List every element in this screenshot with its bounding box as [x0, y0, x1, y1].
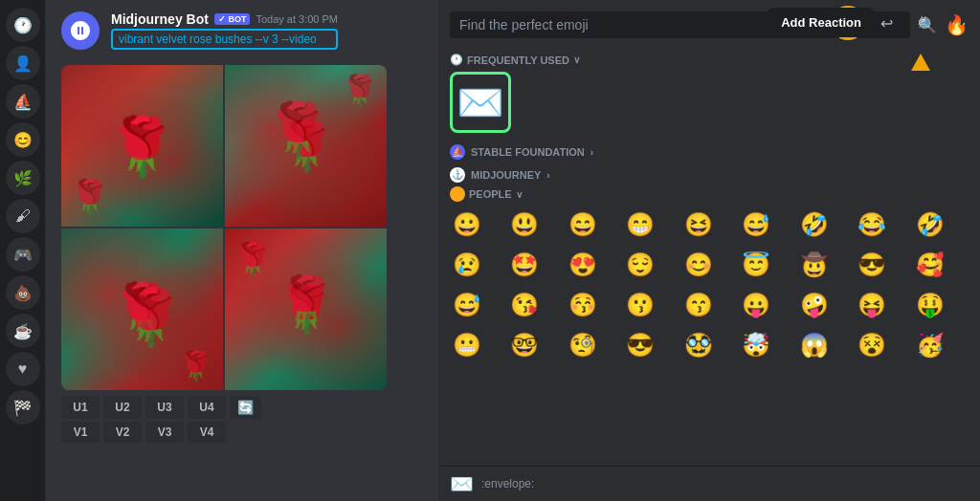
- emoji-kissing-smiling[interactable]: 😙: [681, 288, 716, 322]
- emoji-scream[interactable]: 😱: [797, 328, 832, 362]
- u4-button[interactable]: U4: [188, 396, 226, 419]
- sidebar: 🕐 👤 ⛵ 😊 🌿 🖌 🎮 💩 ☕ ♥ 🏁: [0, 0, 46, 501]
- message-command: vibrant velvet rose bushes --v 3 --video: [111, 29, 338, 50]
- sidebar-icon-misc[interactable]: 💩: [6, 275, 40, 310]
- emoji-heart-eyes[interactable]: 😍: [566, 248, 600, 282]
- emoji-joy[interactable]: 😂: [855, 207, 889, 242]
- emoji-relieved[interactable]: 😌: [623, 248, 657, 282]
- clock-icon: 🕐: [450, 54, 463, 66]
- emoji-hearts[interactable]: 🥰: [913, 248, 947, 282]
- emoji-content[interactable]: 🕐 FREQUENTLY USED ∨ ✉️ ⛵ STABLE FOUNDATI…: [438, 46, 980, 466]
- u1-button[interactable]: U1: [61, 396, 100, 419]
- u3-button[interactable]: U3: [145, 396, 184, 419]
- author-line: Midjourney Bot ✓ BOT Today at 3:00 PM: [111, 11, 338, 27]
- bottom-emoji-label: :envelope:: [481, 477, 534, 490]
- image-cell-2: 🌹 🌹: [225, 65, 387, 227]
- image-cell-1: 🌹 🌹: [61, 65, 223, 227]
- emoji-grid-row2: 😢 🤩 😍 😌 😊 😇 🤠 😎 🥰: [450, 248, 969, 282]
- message-meta: Midjourney Bot ✓ BOT Today at 3:00 PM vi…: [111, 11, 338, 57]
- emoji-blush[interactable]: 😊: [681, 248, 716, 282]
- emoji-wacky[interactable]: 🤪: [797, 288, 832, 322]
- more-button[interactable]: ⋯: [944, 8, 974, 38]
- emoji-monocle[interactable]: 🧐: [566, 328, 600, 362]
- author-name: Midjourney Bot: [111, 11, 209, 27]
- chat-area: Midjourney Bot ✓ BOT Today at 3:00 PM vi…: [46, 0, 438, 501]
- stable-foundation-row[interactable]: ⛵ STABLE FOUNDATION ›: [450, 141, 969, 163]
- midjourney-label: MIDJOURNEY: [471, 169, 541, 181]
- sidebar-icon-nature[interactable]: 🌿: [6, 161, 40, 195]
- sidebar-icon-game[interactable]: 🎮: [6, 237, 40, 272]
- emoji-sweat-smile[interactable]: 😅: [739, 207, 773, 242]
- arrow-annotation: [911, 13, 930, 71]
- emoji-cry[interactable]: 😢: [450, 248, 484, 282]
- v2-button[interactable]: V2: [103, 422, 142, 443]
- v3-button[interactable]: V3: [145, 422, 184, 443]
- image-cell-4: 🌹 🌹: [225, 229, 387, 390]
- sidebar-icon-emoji[interactable]: 😊: [6, 122, 40, 157]
- action-buttons-row2: V1 V2 V3 V4: [61, 422, 423, 443]
- emoji-kissing-closed[interactable]: 😗: [623, 288, 657, 322]
- image-grid: 🌹 🌹 🌹 🌹 🌹 🌹 🌹 🌹: [61, 65, 387, 390]
- expand-icon[interactable]: ∨: [573, 54, 580, 65]
- emoji-panel: 🔍 🔥 🕐 FREQUENTLY USED ∨ ✉️ ⛵ STABLE FOUN…: [438, 0, 980, 501]
- emoji-star-struck[interactable]: 🤩: [507, 248, 542, 282]
- midjourney-icon: ⚓: [450, 167, 465, 183]
- emoji-dizzy[interactable]: 😵: [855, 328, 889, 362]
- image-cell-3: 🌹 🌹: [61, 229, 223, 390]
- emoji-grid-row4: 😬 🤓 🧐 😎 🥸 🤯 😱 😵 🥳: [450, 328, 969, 362]
- emoji-grimace[interactable]: 😬: [450, 328, 484, 362]
- emoji-sunglasses[interactable]: 😎: [855, 248, 889, 282]
- timestamp: Today at 3:00 PM: [256, 13, 338, 25]
- emoji-nerd[interactable]: 🤓: [507, 328, 542, 362]
- people-label: PEOPLE: [469, 188, 512, 200]
- emoji-grin[interactable]: 😁: [623, 207, 657, 242]
- emoji-exploding[interactable]: 🤯: [739, 328, 773, 362]
- refresh-button[interactable]: 🔄: [230, 396, 261, 419]
- emoji-wink[interactable]: 😅: [450, 288, 484, 322]
- add-reaction-button[interactable]: Add Reaction: [768, 8, 875, 37]
- avatar: [61, 11, 100, 50]
- emoji-party[interactable]: 🥳: [913, 328, 947, 362]
- people-section-header: PEOPLE ∨: [450, 186, 969, 202]
- featured-emoji[interactable]: ✉️: [450, 72, 511, 133]
- emoji-money[interactable]: 🤑: [913, 288, 947, 322]
- emoji-smile[interactable]: 😄: [566, 207, 600, 242]
- u2-button[interactable]: U2: [103, 396, 142, 419]
- emoji-kissing[interactable]: 😚: [566, 288, 600, 322]
- emoji-stuck-out-tongue[interactable]: 😝: [855, 288, 889, 322]
- emoji-laughing[interactable]: 😆: [681, 207, 716, 242]
- emoji-smiley[interactable]: 😃: [507, 207, 542, 242]
- sidebar-icon-profile[interactable]: 👤: [6, 46, 40, 80]
- main-container: Add Reaction 🌙 ↩ # ⋯ 🕐 👤 ⛵ 😊 🌿 🖌 🎮 💩 ☕ ♥…: [0, 0, 980, 501]
- v1-button[interactable]: V1: [61, 422, 100, 443]
- bot-badge: ✓ BOT: [214, 13, 251, 25]
- emoji-grid-row1: 😀 😃 😄 😁 😆 😅 🤣 😂 🤣: [450, 207, 969, 242]
- reply-button[interactable]: ↩: [871, 8, 902, 38]
- v4-button[interactable]: V4: [188, 422, 226, 443]
- emoji-tongue[interactable]: 😛: [739, 288, 773, 322]
- emoji-rolling-laugh[interactable]: 🤣: [913, 207, 947, 242]
- sidebar-icon-drink[interactable]: ☕: [6, 314, 40, 348]
- sidebar-icon-explore[interactable]: ⛵: [6, 84, 40, 119]
- emoji-rofl[interactable]: 🤣: [797, 207, 832, 242]
- emoji-kiss[interactable]: 😘: [507, 288, 542, 322]
- emoji-grid-row3: 😅 😘 😚 😗 😙 😛 🤪 😝 🤑: [450, 288, 969, 322]
- sidebar-icon-art[interactable]: 🖌: [6, 199, 40, 233]
- sidebar-icon-flag[interactable]: 🏁: [6, 390, 40, 425]
- emoji-cowboy[interactable]: 🤠: [797, 248, 832, 282]
- emoji-disguised[interactable]: 🥸: [681, 328, 716, 362]
- chevron-right-midjourney-icon: ›: [546, 170, 549, 181]
- sidebar-icon-history[interactable]: 🕐: [6, 8, 40, 42]
- emoji-cool[interactable]: 😎: [623, 328, 657, 362]
- chevron-right-icon: ›: [590, 147, 593, 158]
- frequently-used-section: 🕐 FREQUENTLY USED ∨: [450, 54, 969, 66]
- action-buttons-row1: U1 U2 U3 U4 🔄: [61, 396, 423, 419]
- emoji-grinning[interactable]: 😀: [450, 207, 484, 242]
- midjourney-row[interactable]: ⚓ MIDJOURNEY ›: [450, 163, 969, 186]
- sidebar-icon-heart[interactable]: ♥: [6, 352, 40, 386]
- people-section-icon: [450, 186, 465, 202]
- message-header: Midjourney Bot ✓ BOT Today at 3:00 PM vi…: [61, 11, 423, 57]
- emoji-innocent[interactable]: 😇: [739, 248, 773, 282]
- people-expand-icon[interactable]: ∨: [516, 189, 523, 200]
- stable-foundation-label: STABLE FOUNDATION: [471, 146, 585, 158]
